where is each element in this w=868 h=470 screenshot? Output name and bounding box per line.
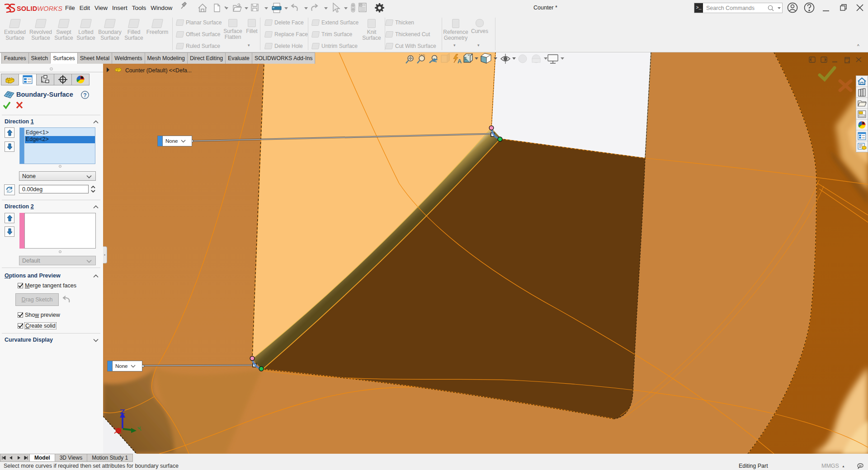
svg-text:?: ? — [83, 92, 86, 99]
svg-text:A: A — [458, 58, 462, 65]
svg-text:Counter (Default) <<Defa...: Counter (Default) <<Defa... — [125, 67, 192, 74]
svg-text:SOLIDWORKS: SOLIDWORKS — [17, 5, 62, 12]
